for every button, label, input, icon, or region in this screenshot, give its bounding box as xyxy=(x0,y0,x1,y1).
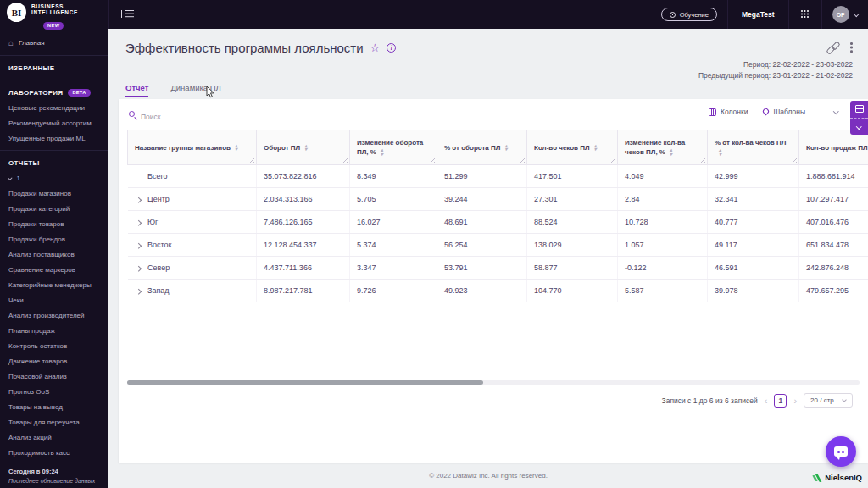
avatar[interactable]: OF xyxy=(832,6,849,23)
cell-value: 242.876.248 xyxy=(799,257,868,280)
sort-icon[interactable]: ▴▾ xyxy=(304,144,307,152)
sidebar-item[interactable]: Почасовой анализ xyxy=(0,369,108,384)
chat-button[interactable] xyxy=(826,436,856,467)
column-resize-handle[interactable] xyxy=(342,157,348,163)
sidebar-item[interactable]: Движение товаров xyxy=(0,353,108,369)
report-items: 1Продажи магазиновПродажи категорийПрода… xyxy=(0,170,108,460)
expand-row-icon[interactable] xyxy=(136,289,141,294)
group-name: Север xyxy=(147,263,170,272)
cell-value: 107.297.417 xyxy=(799,188,868,211)
topbar: BI BUSINESS INTELLIGENCE NEW Обучение Me… xyxy=(0,0,868,29)
sidebar-item[interactable]: Анализ поставщиков xyxy=(0,247,108,262)
column-resize-handle[interactable] xyxy=(248,157,254,163)
cell-value: 56.254 xyxy=(437,234,527,257)
sidebar-item[interactable]: Прогноз OoS xyxy=(0,384,108,399)
scrollbar-thumb[interactable] xyxy=(127,380,483,385)
data-table: Название группы магазинов▴▾Оборот ПЛ▴▾Из… xyxy=(127,130,868,324)
kebab-menu-icon[interactable] xyxy=(850,42,853,53)
copyright: © 2022 Datawiz Inc. All rights reserved. xyxy=(429,472,548,480)
favorite-star-icon[interactable]: ☆ xyxy=(370,42,381,53)
sidebar-item[interactable]: Проходимость касс xyxy=(0,445,108,460)
sort-icon[interactable]: ▴▾ xyxy=(235,144,237,152)
prev-page-button[interactable]: ‹ xyxy=(764,396,769,405)
group-name: Запад xyxy=(147,286,170,295)
cell-value: 16.027 xyxy=(350,211,437,234)
sort-icon[interactable]: ▴▾ xyxy=(670,148,672,156)
column-header[interactable]: Изменение оборота ПЛ, %▴▾ xyxy=(350,130,437,165)
sidebar-collapse-icon[interactable] xyxy=(121,10,134,19)
horizontal-scrollbar[interactable] xyxy=(127,380,860,385)
search-input[interactable] xyxy=(127,110,231,125)
column-header[interactable]: Кол-во чеков ПЛ▴▾ xyxy=(527,130,618,165)
panel-collapse-button[interactable] xyxy=(850,119,868,136)
cell-value: 53.791 xyxy=(437,257,527,280)
column-resize-handle[interactable] xyxy=(519,157,525,163)
company-name[interactable]: MegaTest xyxy=(728,10,788,19)
sidebar-item[interactable]: Рекомендуемый ассортим... xyxy=(0,115,108,130)
sidebar-item[interactable]: Анализ акций xyxy=(0,430,108,445)
column-header[interactable]: Оборот ПЛ▴▾ xyxy=(257,130,350,165)
training-button[interactable]: Обучение xyxy=(661,8,717,21)
main-content: Эффективность программы лояльности ☆ i П… xyxy=(108,29,868,488)
column-header[interactable]: % от оборота ПЛ▴▾ xyxy=(437,130,527,165)
expand-row-icon[interactable] xyxy=(136,266,141,271)
table-row[interactable]: Юг7.486.126.16516.02748.69188.52410.7284… xyxy=(128,211,868,234)
column-header[interactable]: Кол-во продаж ПЛ▴▾ xyxy=(799,130,868,165)
sort-icon[interactable]: ▴▾ xyxy=(719,148,721,156)
table-row[interactable]: Север4.437.711.3663.34753.79158.877-0.12… xyxy=(128,257,868,280)
sidebar-item[interactable]: Продажи товаров xyxy=(0,216,108,231)
user-menu[interactable]: OF xyxy=(822,6,868,23)
sidebar-item[interactable]: Товары для переучета xyxy=(0,414,108,430)
current-page[interactable]: 1 xyxy=(774,394,787,408)
sidebar-item[interactable]: 1 xyxy=(0,170,108,186)
templates-button[interactable]: Шаблоны xyxy=(763,108,805,116)
group-name-cell: Юг xyxy=(128,211,257,234)
chevron-down-icon xyxy=(856,124,861,129)
group-name: Центр xyxy=(147,195,170,203)
column-header[interactable]: % от кол-ва чеков ПЛ▴▾ xyxy=(708,130,799,165)
table-row[interactable]: Всего35.073.822.8168.34951.299417.5014.0… xyxy=(128,165,868,188)
sidebar-item[interactable]: Планы продаж xyxy=(0,323,108,338)
sort-icon[interactable]: ▴▾ xyxy=(594,144,597,152)
sidebar-item-home[interactable]: ⌂ Главная xyxy=(0,34,108,51)
column-header[interactable]: Название группы магазинов▴▾ xyxy=(128,130,257,165)
group-name-cell: Север xyxy=(128,257,257,280)
sidebar-item[interactable]: Контроль остатков xyxy=(0,338,108,353)
expand-row-icon[interactable] xyxy=(136,197,141,202)
column-resize-handle[interactable] xyxy=(699,157,705,163)
sidebar-item[interactable]: Продажи магазинов xyxy=(0,186,108,201)
expand-row-icon[interactable] xyxy=(136,220,141,225)
column-resize-handle[interactable] xyxy=(791,157,797,163)
share-link-icon[interactable] xyxy=(827,42,838,53)
column-resize-handle[interactable] xyxy=(609,157,615,163)
sidebar-item[interactable]: Чеки xyxy=(0,292,108,308)
columns-button[interactable]: Колонки xyxy=(709,108,748,116)
table-row[interactable]: Центр2.034.313.1665.70539.24427.3012.843… xyxy=(128,188,868,211)
sidebar-item[interactable]: Сравнение маркеров xyxy=(0,262,108,277)
beta-badge: BETA xyxy=(68,89,90,97)
sidebar-item[interactable]: Упущенные продажи ML xyxy=(0,130,108,146)
tab-report[interactable]: Отчет xyxy=(125,83,148,97)
brand-logo[interactable]: BI BUSINESS INTELLIGENCE NEW xyxy=(0,0,108,30)
next-page-button[interactable]: › xyxy=(793,396,798,405)
sort-icon[interactable]: ▴▾ xyxy=(381,148,383,156)
table-row[interactable]: Восток12.128.454.3375.37456.254138.0291.… xyxy=(128,234,868,257)
table-settings-button[interactable] xyxy=(850,101,868,119)
info-icon[interactable]: i xyxy=(387,43,396,53)
cell-value: 5.705 xyxy=(350,188,437,211)
column-header-label: % от оборота ПЛ xyxy=(444,144,500,152)
sort-icon[interactable]: ▴▾ xyxy=(504,144,507,152)
column-resize-handle[interactable] xyxy=(429,157,435,163)
sidebar-item[interactable]: Продажи брендов xyxy=(0,231,108,247)
table-row[interactable]: Запад8.987.217.7819.72649.923104.7705.58… xyxy=(128,280,868,302)
sidebar-item[interactable]: Товары на вывод xyxy=(0,399,108,414)
new-badge: NEW xyxy=(43,22,64,30)
expand-row-icon[interactable] xyxy=(136,243,141,248)
page-size-select[interactable]: 20 / стр. xyxy=(804,393,853,408)
sidebar-item[interactable]: Продажи категорий xyxy=(0,201,108,216)
sidebar-item[interactable]: Анализ производителей xyxy=(0,308,108,323)
sidebar-item[interactable]: Ценовые рекомендации xyxy=(0,100,108,115)
apps-grid-icon[interactable] xyxy=(789,10,821,19)
column-header[interactable]: Изменение кол-ва чеков ПЛ, %▴▾ xyxy=(618,130,708,165)
sidebar-item[interactable]: Категорийные менеджеры xyxy=(0,277,108,292)
